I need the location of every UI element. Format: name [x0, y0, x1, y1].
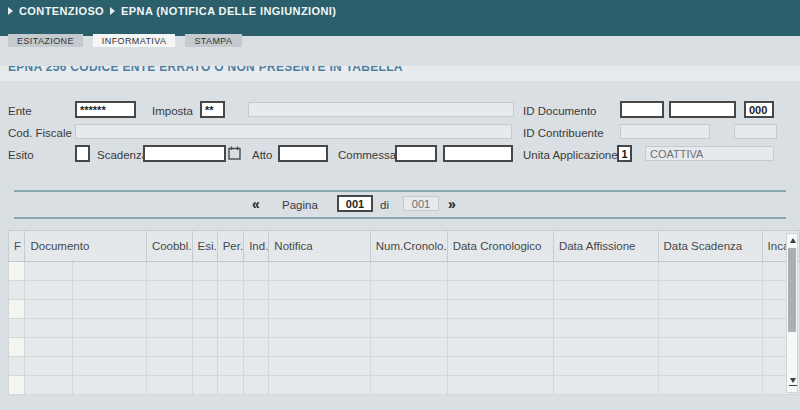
unita-applicazione-desc-field: COATTIVA — [645, 146, 774, 161]
breadcrumb-item-contenzioso[interactable]: CONTENZIOSO — [19, 5, 104, 17]
tab-esitazione[interactable]: ESITAZIONE — [8, 34, 83, 47]
esito-label: Esito — [8, 149, 34, 161]
col-header-data-scadenza[interactable]: Data Scadenza — [658, 231, 762, 262]
error-message-strip: EPNA 256 CODICE ENTE ERRATO O NON PRESEN… — [0, 66, 800, 81]
table-row[interactable] — [9, 281, 800, 300]
col-header-ind[interactable]: Ind. — [244, 231, 269, 262]
divider — [14, 217, 786, 219]
scadenza-label: Scadenza — [97, 149, 148, 161]
col-header-data-cronologico[interactable]: Data Cronologico — [447, 231, 553, 262]
previous-page-icon[interactable]: « — [252, 197, 260, 211]
error-message: EPNA 256 CODICE ENTE ERRATO O NON PRESEN… — [0, 66, 800, 77]
breadcrumb: CONTENZIOSO EPNA (NOTIFICA DELLE INGIUNZ… — [8, 5, 336, 17]
unita-applicazione-label: Unita Applicazione — [523, 149, 618, 161]
col-header-data-affissione[interactable]: Data Affissione — [553, 231, 658, 262]
calendar-icon[interactable] — [228, 146, 241, 160]
table-row[interactable] — [9, 300, 800, 319]
table-row[interactable] — [9, 376, 800, 395]
id-contribuente-field-2 — [734, 124, 777, 139]
scroll-up-icon[interactable] — [790, 238, 796, 243]
atto-label: Atto — [252, 149, 272, 161]
scadenza-input[interactable] — [143, 145, 226, 162]
cod-fiscale-field — [75, 124, 512, 139]
page-number-input[interactable] — [337, 195, 373, 212]
commessa-input-1[interactable] — [395, 145, 437, 162]
esito-input[interactable] — [75, 145, 90, 162]
breadcrumb-arrow-icon — [110, 7, 115, 15]
imposta-label: Imposta — [152, 105, 193, 117]
tab-informativa[interactable]: INFORMATIVA — [93, 34, 176, 47]
table-body — [9, 262, 800, 395]
table-scrollbar[interactable] — [786, 233, 798, 393]
commessa-label: Commessa — [338, 149, 396, 161]
next-page-icon[interactable]: » — [448, 197, 456, 211]
results-table: F Documento Coobbl. Esi. Per. Ind. Notif… — [8, 230, 800, 395]
commessa-input-2[interactable] — [443, 145, 513, 162]
ente-label: Ente — [8, 105, 32, 117]
id-contribuente-field-1 — [620, 124, 710, 139]
scroll-down-icon[interactable] — [790, 378, 796, 383]
col-header-notifica[interactable]: Notifica — [269, 231, 370, 262]
table-row[interactable] — [9, 262, 800, 281]
col-header-coobbl[interactable]: Coobbl. — [146, 231, 192, 262]
scroll-end-line — [789, 385, 797, 386]
table-row[interactable] — [9, 357, 800, 376]
id-documento-input-3[interactable] — [744, 101, 774, 118]
di-label: di — [380, 199, 389, 211]
ente-desc-field — [248, 102, 514, 117]
table-row[interactable] — [9, 338, 800, 357]
col-header-per[interactable]: Per. — [217, 231, 243, 262]
scrollbar-thumb[interactable] — [788, 248, 796, 332]
table-row[interactable] — [9, 319, 800, 338]
table-header-row: F Documento Coobbl. Esi. Per. Ind. Notif… — [9, 231, 800, 262]
imposta-input[interactable] — [200, 101, 225, 118]
total-pages-field: 001 — [403, 196, 439, 211]
col-header-esi[interactable]: Esi. — [192, 231, 217, 262]
id-contribuente-label: ID Contribuente — [523, 127, 604, 139]
col-header-documento[interactable]: Documento — [25, 231, 146, 262]
top-bar: CONTENZIOSO EPNA (NOTIFICA DELLE INGIUNZ… — [0, 0, 800, 36]
id-documento-label: ID Documento — [523, 105, 597, 117]
breadcrumb-arrow-icon — [8, 7, 13, 15]
breadcrumb-item-epna[interactable]: EPNA (NOTIFICA DELLE INGIUNZIONI) — [121, 5, 336, 17]
id-documento-input-2[interactable] — [669, 101, 736, 118]
col-header-num-cronolo[interactable]: Num.Cronolo. — [370, 231, 447, 262]
atto-input[interactable] — [278, 145, 328, 162]
divider — [14, 190, 786, 192]
ente-input[interactable] — [75, 101, 136, 118]
epna-window: CONTENZIOSO EPNA (NOTIFICA DELLE INGIUNZ… — [0, 0, 800, 410]
cod-fiscale-label: Cod. Fiscale — [8, 127, 72, 139]
col-header-f[interactable]: F — [9, 231, 25, 262]
unita-applicazione-input[interactable] — [617, 145, 632, 162]
tab-bar: ESITAZIONE INFORMATIVA STAMPA — [8, 34, 242, 47]
pagina-label: Pagina — [282, 199, 318, 211]
tab-stampa[interactable]: STAMPA — [185, 34, 241, 47]
id-documento-input-1[interactable] — [620, 101, 664, 118]
